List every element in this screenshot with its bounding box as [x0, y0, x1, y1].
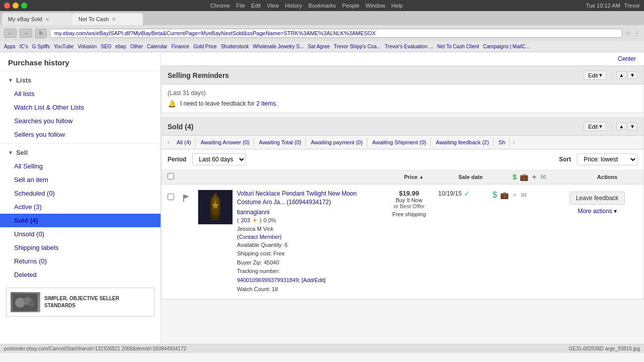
tab-label: My eBay Sold [8, 16, 42, 22]
item-title[interactable]: Volturi Necklace Pendant Twilight New Mo… [237, 190, 380, 207]
item-buyer-row: Jessica M Vick [237, 226, 380, 232]
tabs-prev-arrow[interactable]: ‹ [166, 139, 172, 146]
collapse-down-btn[interactable]: ▼ [627, 71, 637, 79]
selling-reminders-edit-btn[interactable]: Edit ▾ [584, 70, 607, 80]
sidebar-section-lists: ▼ Lists All lists Watch List & Other Lis… [0, 71, 160, 143]
main-layout: Purchase history ▼ Lists All lists Watch… [0, 52, 644, 344]
select-all-checkbox[interactable] [168, 173, 174, 179]
tab-close-icon[interactable]: ✕ [112, 17, 116, 22]
bookmark-campaigns[interactable]: Campaigns | MailC... [483, 44, 530, 49]
bookmark-trevor-coach[interactable]: Trevor Shipp's Coa... [334, 44, 381, 49]
sidebar-item-watch-list[interactable]: Watch List & Other Lists [0, 101, 160, 114]
traffic-light-red[interactable] [4, 3, 10, 9]
tab-awaiting-answer[interactable]: Awaiting Answer (0) [197, 138, 254, 147]
item-seller-link[interactable]: tiannagianni [237, 209, 270, 216]
item-sale-date: 10/19/15 [438, 190, 462, 197]
sort-select[interactable]: Price: lowest [577, 153, 637, 165]
sell-items-list: All Selling Sell an item Scheduled (0) A… [0, 159, 160, 282]
tabs-next-arrow[interactable]: › [511, 139, 517, 146]
traffic-light-yellow[interactable] [13, 3, 19, 9]
bookmark-other[interactable]: Other [130, 44, 143, 49]
back-button[interactable]: ← [4, 29, 17, 38]
th-price[interactable]: Price ▲ [404, 174, 454, 180]
sidebar-item-all-lists[interactable]: All lists [0, 87, 160, 101]
bookmark-calendar[interactable]: Calendar [147, 44, 168, 49]
sidebar-item-searches-follow[interactable]: Searches you follow [0, 114, 160, 128]
sidebar: Purchase history ▼ Lists All lists Watch… [0, 52, 161, 344]
tab-close-icon[interactable]: ✕ [45, 17, 49, 22]
lists-section-header[interactable]: ▼ Lists [0, 73, 160, 87]
sidebar-item-sellers-follow[interactable]: Sellers you follow [0, 128, 160, 141]
reminder-text: I need to leave feedback for 2 items. [180, 100, 277, 107]
bookmark-shutterstock[interactable]: Shutterstock [221, 44, 249, 49]
leave-feedback-button[interactable]: Leave feedback [570, 192, 625, 205]
sold-collapse-down-btn[interactable]: ▼ [627, 123, 637, 130]
item-feedback-pct: 0.0% [264, 217, 276, 223]
tab-net-to-cash[interactable]: Net To Cash ✕ [72, 13, 143, 25]
sidebar-item-returns[interactable]: Returns (0) [0, 254, 160, 268]
bookmark-wholesale[interactable]: Wholesale Jewelry S... [253, 44, 304, 49]
item-contact-member: (Contact Member) [237, 234, 380, 240]
sold-edit-btn[interactable]: Edit ▾ [584, 122, 607, 131]
sidebar-item-scheduled[interactable]: Scheduled (0) [0, 187, 160, 200]
sidebar-item-active[interactable]: Active (3) [0, 200, 160, 214]
item-select-checkbox[interactable] [168, 194, 174, 200]
bookmark-trevor-eval[interactable]: Trevor's Evaluation ... [385, 44, 433, 49]
address-bar[interactable]: my.ebay.com/ws/eBayISAPI.dll?MyiBayBeta&… [50, 29, 622, 38]
traffic-light-green[interactable] [21, 3, 27, 9]
envelope-icon: ✉ [540, 173, 546, 181]
sidebar-item-sold[interactable]: Sold (4) [0, 214, 160, 227]
sidebar-item-shipping-labels[interactable]: Shipping labels [0, 241, 160, 254]
sidebar-item-deleted[interactable]: Deleted [0, 268, 160, 282]
period-select[interactable]: Last 60 days [192, 153, 246, 165]
dollar-icon: $ [513, 173, 517, 181]
tab-sh[interactable]: Sh [495, 138, 510, 147]
sidebar-item-sell-item[interactable]: Sell an item [0, 173, 160, 187]
th-checkbox [168, 173, 178, 181]
bookmark-gspiffs[interactable]: G Spiffs [32, 44, 50, 49]
bookmark-goldprice[interactable]: Gold Price [193, 44, 217, 49]
refresh-button[interactable]: ↻ [35, 29, 47, 38]
status-bar: postorder.ebay.com/Cancel/Start/transit=… [0, 344, 644, 353]
feedback-link[interactable]: 2 items. [256, 100, 277, 107]
payment-dollar-icon[interactable]: $ [493, 191, 497, 200]
item-image[interactable] [198, 190, 233, 225]
bookmark-ebay[interactable]: ebay [115, 44, 126, 49]
tracking-number-link[interactable]: 94001096999379931849; [237, 277, 300, 283]
bookmark-ics[interactable]: IC's [20, 44, 28, 49]
sold-tabs-row: ‹ All (4) Awaiting Answer (0) Awaiting T… [162, 136, 643, 149]
tab-all[interactable]: All (4) [173, 138, 196, 147]
sidebar-item-all-selling[interactable]: All Selling [0, 159, 160, 173]
star-icon[interactable]: ☆ [625, 30, 631, 37]
bookmark-satagree[interactable]: Sat Agree [308, 44, 330, 49]
tab-awaiting-shipment[interactable]: Awaiting Shipment (0) [368, 138, 431, 147]
tab-my-ebay-sold[interactable]: My eBay Sold ✕ [2, 13, 72, 25]
add-edit-link[interactable]: [Add/Edit] [301, 277, 326, 283]
item-star-icon[interactable]: ✦ [512, 191, 518, 199]
tab-awaiting-total[interactable]: Awaiting Total (0) [255, 138, 306, 147]
menu-icon[interactable]: ⋮ [634, 30, 640, 37]
item-briefcase-icon[interactable]: 💼 [500, 191, 509, 199]
item-envelope-icon[interactable]: ✉ [521, 191, 527, 199]
seller-dashboard-link[interactable]: Center [618, 55, 636, 62]
contact-member-link[interactable]: (Contact Member) [237, 234, 282, 240]
status-info: GE31-002536D arge_93815.jpg [569, 346, 640, 351]
sold-collapse-up-btn[interactable]: ▲ [616, 123, 626, 130]
bookmark-seo[interactable]: SEO [101, 44, 111, 49]
forward-button[interactable]: → [20, 29, 32, 38]
more-actions-button[interactable]: More actions ▾ [578, 208, 617, 215]
bookmark-apps[interactable]: Apps [4, 44, 16, 49]
th-saledate: Sale date [458, 174, 509, 180]
tab-awaiting-payment[interactable]: Awaiting payment (0) [307, 138, 367, 147]
item-price-type: Buy It Now [384, 197, 434, 203]
collapse-up-btn[interactable]: ▲ [616, 71, 626, 79]
bookmark-finance[interactable]: Finance [172, 44, 190, 49]
tab-awaiting-feedback[interactable]: Awaiting feedback (2) [432, 138, 494, 147]
sidebar-item-unsold[interactable]: Unsold (0) [0, 227, 160, 241]
item-buyer-zip: Buyer Zip: 45040 [237, 258, 380, 267]
lists-label: Lists [16, 76, 31, 84]
sell-section-header[interactable]: ▼ Sell [0, 146, 160, 159]
bookmark-youtube[interactable]: YouTube [54, 44, 73, 49]
bookmark-volusion[interactable]: Volusion [77, 44, 97, 49]
bookmark-netcash[interactable]: Net To Cash Client [437, 44, 479, 49]
